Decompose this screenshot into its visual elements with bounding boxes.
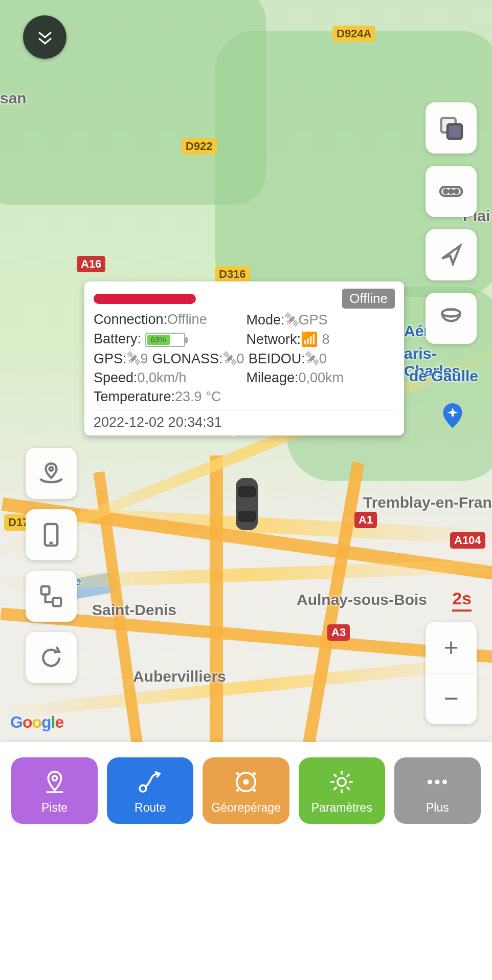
svg-point-26 xyxy=(428,779,432,784)
gps-label: GPS: xyxy=(94,351,127,366)
ellipsis-icon xyxy=(422,767,452,797)
svg-point-4 xyxy=(450,190,453,193)
vehicle-marker-icon[interactable] xyxy=(233,476,261,532)
map-label: Aubervilliers xyxy=(133,668,226,685)
svg-point-22 xyxy=(253,772,256,774)
network-value: 8 xyxy=(322,332,330,347)
svg-rect-1 xyxy=(448,124,462,139)
nav-piste[interactable]: Piste xyxy=(11,757,98,824)
map-label: Saint-Denis xyxy=(92,601,176,619)
divider xyxy=(93,410,396,410)
svg-rect-11 xyxy=(41,586,50,595)
svg-point-24 xyxy=(253,789,256,791)
svg-rect-13 xyxy=(236,478,258,530)
nav-label: Route xyxy=(135,801,166,815)
beidou-value: 0 xyxy=(319,351,327,366)
location-arrow-icon xyxy=(437,241,465,269)
road-badge-d924a: D924A xyxy=(332,26,375,42)
svg-point-28 xyxy=(442,779,447,784)
pin-on-map-icon xyxy=(37,459,65,488)
panorama-360-icon: 360° xyxy=(437,304,465,333)
road-badge-a16: A16 xyxy=(77,256,105,272)
nav-geofence[interactable]: Géorepérage xyxy=(203,757,289,824)
svg-text:360°: 360° xyxy=(446,307,456,312)
satellite-icon: 🛰 xyxy=(285,312,299,328)
road-badge-a1: A1 xyxy=(354,512,377,528)
svg-point-23 xyxy=(236,789,239,791)
speed-label: Speed: xyxy=(94,370,138,385)
road-badge-d316: D316 xyxy=(215,266,250,282)
svg-point-16 xyxy=(52,776,57,780)
glonass-value: 0 xyxy=(237,351,244,366)
beidou-label: BEIDOU: xyxy=(249,351,305,366)
temperature-label: Temperature: xyxy=(94,389,175,404)
target-icon xyxy=(231,767,261,797)
battery-icon: 63% xyxy=(145,333,185,347)
zoom-out-button[interactable]: − xyxy=(426,673,477,725)
svg-point-20 xyxy=(243,779,249,785)
connection-value: Offline xyxy=(167,312,207,327)
device-name-redacted xyxy=(94,294,196,304)
app-root: D924A D922 A16 D316 D170 A1 A104 A3 A86 … xyxy=(0,0,492,980)
speed-value: 0,0km/h xyxy=(138,370,187,385)
map-layers-button[interactable] xyxy=(426,102,477,154)
nav-settings[interactable]: Paramètres xyxy=(299,757,385,824)
temperature-value: 23.9 °C xyxy=(175,389,221,404)
layers-icon xyxy=(437,114,465,142)
route-icon xyxy=(136,767,165,797)
right-tool-column: 360° xyxy=(426,102,477,344)
wifi-icon: 📶 xyxy=(301,332,318,347)
satellite-icon: 🛰 xyxy=(223,351,237,366)
connection-label: Connection: xyxy=(94,312,167,327)
device-status-badge: Offline xyxy=(342,289,395,309)
svg-point-5 xyxy=(455,190,458,193)
road-badge-a3: A3 xyxy=(327,624,350,641)
mileage-value: 0,00km xyxy=(299,370,344,385)
refresh-interval-badge[interactable]: 2s xyxy=(452,589,472,612)
zoom-in-button[interactable]: + xyxy=(426,622,477,673)
nav-more[interactable]: Plus xyxy=(394,757,481,824)
airport-marker-icon[interactable] xyxy=(440,403,465,429)
chevron-double-down-icon xyxy=(35,27,55,48)
phone-icon xyxy=(37,520,65,549)
mode-label: Mode: xyxy=(247,312,285,328)
ellipsis-icon xyxy=(437,177,465,206)
map-label: Tremblay-en-Fran xyxy=(363,494,492,511)
glonass-label: GLONASS: xyxy=(152,351,223,366)
google-attribution: Google xyxy=(10,713,63,732)
more-options-button[interactable] xyxy=(426,166,477,217)
battery-label: Battery: xyxy=(94,331,141,346)
svg-point-21 xyxy=(236,772,239,774)
map-label: san xyxy=(0,90,27,107)
zoom-control: + − xyxy=(426,622,477,724)
device-view-button[interactable] xyxy=(26,509,77,560)
battery-percent: 63% xyxy=(147,335,170,345)
refresh-icon xyxy=(37,643,65,672)
map-label-cdg: de Gaulle xyxy=(409,367,478,385)
svg-point-27 xyxy=(435,779,440,784)
left-tool-column xyxy=(26,448,77,683)
gps-value: 9 xyxy=(141,351,148,366)
nav-route[interactable]: Route xyxy=(107,757,193,824)
bottom-navigation: Piste Route Géorepérage Paramètres Plus xyxy=(0,742,492,980)
device-tree-button[interactable] xyxy=(26,571,77,622)
svg-point-25 xyxy=(338,777,346,786)
svg-point-3 xyxy=(444,190,448,193)
map-label: Aulnay-sous-Bois xyxy=(297,591,427,608)
device-info-callout: Offline Connection:Offline Mode:🛰GPS Bat… xyxy=(84,281,404,435)
timestamp-value: 2022-12-02 20:34:31 xyxy=(94,415,395,430)
road xyxy=(210,455,223,742)
pin-icon xyxy=(40,767,70,797)
mileage-label: Mileage: xyxy=(247,370,299,385)
road-badge-a104: A104 xyxy=(450,532,485,549)
locate-me-button[interactable] xyxy=(426,229,477,280)
locate-device-button[interactable] xyxy=(26,448,77,499)
svg-rect-15 xyxy=(238,511,256,522)
tree-icon xyxy=(37,582,65,611)
expand-button[interactable] xyxy=(23,15,66,59)
refresh-button[interactable] xyxy=(26,632,77,683)
road-badge-d922: D922 xyxy=(182,138,217,155)
streetview-button[interactable]: 360° xyxy=(426,293,477,344)
nav-label: Plus xyxy=(426,801,449,815)
svg-point-18 xyxy=(140,785,146,792)
